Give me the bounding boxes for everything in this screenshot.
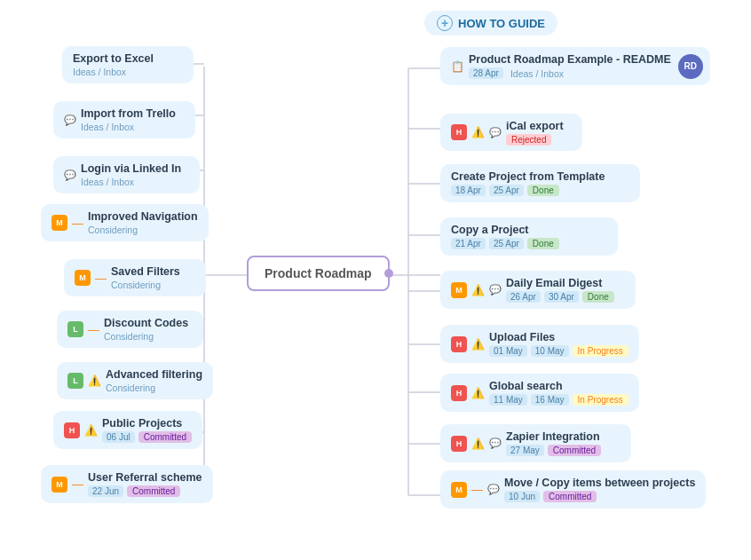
date-tag: 06 Jul — [102, 431, 135, 443]
minus-icon: — — [88, 323, 99, 336]
card-title: Move / Copy items between projects — [504, 477, 695, 489]
status-tag: Committed — [127, 485, 180, 497]
card-export-excel[interactable]: Export to Excel Ideas / Inbox — [62, 46, 194, 83]
card-improved-nav[interactable]: M — Improved Navigation Considering — [41, 204, 209, 241]
card-zapier[interactable]: H ⚠️ 💬 Zapier Integration 27 May Committ… — [440, 424, 631, 462]
date-tag: 25 Apr — [489, 238, 524, 249]
card-title: User Referral scheme — [88, 471, 202, 484]
priority-h-icon: H — [451, 436, 467, 452]
card-sub: Ideas / Inbox — [81, 177, 181, 187]
priority-m-icon: M — [51, 477, 67, 493]
priority-m-icon: M — [451, 282, 467, 298]
card-title: Product Roadmap Example - README — [469, 53, 671, 66]
card-public-projects[interactable]: H ⚠️ Public Projects 06 Jul Committed — [53, 411, 202, 449]
card-move-copy[interactable]: M — 💬 Move / Copy items between projects… — [440, 470, 706, 509]
date-tag: 22 Jun — [88, 485, 123, 497]
minus-icon: — — [95, 272, 107, 285]
card-sub: Considering — [104, 331, 188, 342]
status-tag: In Progress — [573, 345, 628, 357]
card-daily-email[interactable]: M ⚠️ 💬 Daily Email Digest 26 Apr 30 Apr … — [440, 271, 636, 309]
status-tag: In Progress — [573, 394, 628, 406]
central-node[interactable]: Product Roadmap — [247, 256, 390, 291]
card-title: Discount Codes — [104, 317, 188, 329]
card-saved-filters[interactable]: M — Saved Filters Considering — [64, 259, 206, 296]
date-tag: 16 May — [531, 394, 569, 406]
minus-icon: — — [72, 217, 83, 230]
card-login-linkedin[interactable]: 💬 Login via Linked In Ideas / Inbox — [53, 156, 200, 193]
status-tag: Done — [582, 291, 614, 303]
date-tag: 21 Apr — [451, 238, 486, 249]
warn-icon: ⚠️ — [88, 375, 101, 387]
priority-l-icon: L — [67, 321, 83, 337]
status-tag: Committed — [138, 431, 192, 443]
warn-icon: ⚠️ — [471, 284, 485, 296]
status-tag: Committed — [543, 491, 597, 502]
date-tag: 10 Jun — [504, 491, 540, 502]
minus-icon: — — [471, 483, 483, 496]
comment-icon: 💬 — [64, 114, 76, 126]
card-title: Zapier Integration — [506, 430, 601, 443]
card-sub: Ideas / Inbox — [73, 67, 183, 77]
card-title: Upload Files — [489, 331, 628, 343]
priority-h-icon: H — [451, 124, 467, 140]
card-title: Daily Email Digest — [506, 277, 614, 289]
status-tag: Committed — [548, 445, 601, 456]
card-sub: Considering — [111, 280, 180, 290]
card-product-readme[interactable]: 📋 Product Roadmap Example - README 28 Ap… — [440, 47, 710, 85]
status-tag: Rejected — [506, 134, 551, 146]
card-sub: Considering — [88, 225, 198, 235]
warn-icon: ⚠️ — [471, 338, 485, 351]
card-upload-files[interactable]: H ⚠️ Upload Files 01 May 10 May In Progr… — [440, 325, 639, 363]
card-sub: Ideas / Inbox — [510, 68, 564, 79]
card-create-project[interactable]: Create Project from Template 18 Apr 25 A… — [440, 164, 640, 202]
comment-icon: 💬 — [489, 127, 502, 138]
card-advanced-filtering[interactable]: L ⚠️ Advanced filtering Considering — [57, 362, 213, 399]
card-discount-codes[interactable]: L — Discount Codes Considering — [57, 311, 203, 348]
warn-icon: ⚠️ — [84, 424, 98, 437]
mindmap-canvas: + HOW TO GUIDE Product Roadmap Export to… — [0, 0, 751, 560]
comment-icon: 💬 — [487, 484, 500, 495]
card-title: Saved Filters — [111, 265, 180, 278]
card-ical-export[interactable]: H ⚠️ 💬 iCal export Rejected — [440, 114, 582, 151]
priority-l-icon: L — [67, 373, 83, 389]
card-global-search[interactable]: H ⚠️ Global search 11 May 16 May In Prog… — [440, 374, 639, 412]
priority-h-icon: H — [451, 385, 467, 401]
card-copy-project[interactable]: Copy a Project 21 Apr 25 Apr Done — [440, 217, 618, 256]
card-title: Create Project from Template — [451, 170, 629, 183]
card-title: Global search — [489, 380, 628, 392]
comment-icon: 💬 — [489, 284, 502, 296]
priority-m-icon: M — [451, 482, 467, 498]
date-tag: 27 May — [506, 445, 544, 456]
priority-m-icon: M — [51, 215, 67, 231]
comment-icon: 💬 — [64, 170, 76, 181]
priority-m-icon: M — [75, 270, 91, 286]
note-icon: 📋 — [451, 60, 464, 73]
central-node-label: Product Roadmap — [265, 266, 372, 280]
date-tag: 01 May — [489, 345, 527, 357]
date-tag: 18 Apr — [451, 185, 486, 196]
warn-icon: ⚠️ — [471, 126, 485, 138]
minus-icon: — — [72, 477, 83, 491]
card-sub: Ideas / Inbox — [81, 122, 176, 132]
card-title: Public Projects — [102, 417, 192, 430]
card-import-trello[interactable]: 💬 Import from Trello Ideas / Inbox — [53, 101, 195, 138]
card-title: Login via Linked In — [81, 162, 181, 175]
card-user-referral[interactable]: M — User Referral scheme 22 Jun Committe… — [41, 465, 213, 503]
plus-icon[interactable]: + — [437, 15, 453, 31]
central-dot — [384, 269, 393, 278]
card-title: iCal export — [506, 120, 564, 132]
status-tag: Done — [527, 185, 559, 196]
priority-h-icon: H — [451, 336, 467, 352]
status-tag: Done — [527, 238, 559, 249]
date-tag: 26 Apr — [506, 291, 541, 303]
date-tag: 10 May — [531, 345, 569, 357]
card-title: Copy a Project — [451, 224, 607, 236]
card-title: Improved Navigation — [88, 210, 198, 223]
date-tag: 25 Apr — [489, 185, 524, 196]
card-title: Import from Trello — [81, 107, 176, 120]
how-to-guide-header[interactable]: + HOW TO GUIDE — [424, 11, 557, 35]
card-sub: Considering — [106, 383, 202, 393]
how-to-guide-label: HOW TO GUIDE — [458, 17, 545, 30]
card-title: Export to Excel — [73, 52, 183, 65]
warn-icon: ⚠️ — [471, 438, 485, 450]
